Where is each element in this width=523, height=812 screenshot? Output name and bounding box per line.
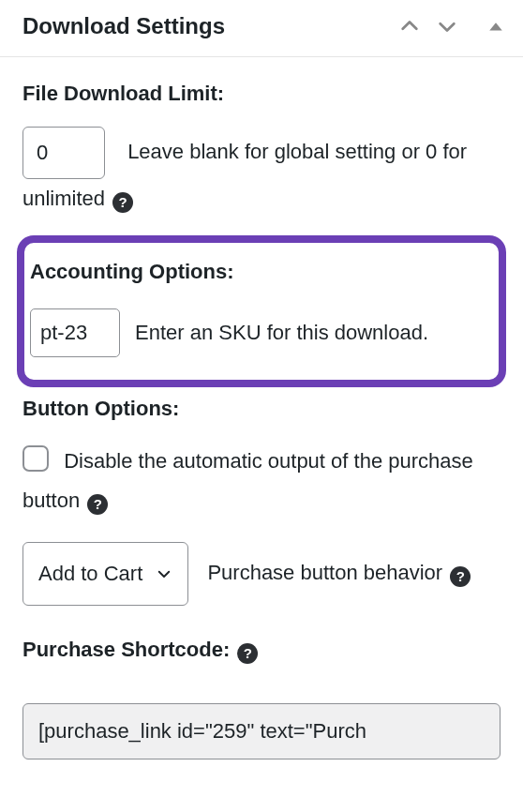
collapse-toggle-icon[interactable] bbox=[487, 18, 504, 35]
sku-hint: Enter an SKU for this download. bbox=[135, 321, 428, 345]
purchase-behavior-select[interactable]: Add to Cart bbox=[22, 542, 188, 606]
accounting-options-highlight: Accounting Options: Enter an SKU for thi… bbox=[17, 235, 506, 387]
help-icon[interactable]: ? bbox=[87, 494, 108, 515]
help-icon[interactable]: ? bbox=[112, 192, 133, 213]
move-up-icon[interactable] bbox=[399, 16, 420, 37]
purchase-shortcode-label: Purchase Shortcode: ? bbox=[22, 638, 501, 662]
panel-title: Download Settings bbox=[22, 13, 399, 39]
panel-body: File Download Limit: Leave blank for glo… bbox=[0, 57, 523, 769]
purchase-behavior-row: Add to Cart Purchase button behavior ? bbox=[22, 542, 501, 606]
panel-header: Download Settings bbox=[0, 0, 523, 57]
purchase-shortcode-label-text: Purchase Shortcode: bbox=[22, 638, 230, 661]
accounting-options-label: Accounting Options: bbox=[30, 260, 493, 284]
disable-purchase-checkbox[interactable] bbox=[22, 445, 49, 472]
select-value: Add to Cart bbox=[38, 554, 142, 594]
file-download-limit-input[interactable] bbox=[22, 127, 105, 179]
disable-purchase-row: Disable the automatic output of the purc… bbox=[22, 442, 501, 520]
button-options-label: Button Options: bbox=[22, 397, 501, 421]
purchase-shortcode-input[interactable] bbox=[22, 703, 501, 759]
download-settings-panel: Download Settings File Download Limit: L… bbox=[0, 0, 523, 769]
move-down-icon[interactable] bbox=[437, 16, 457, 37]
panel-header-controls bbox=[399, 16, 504, 37]
sku-input[interactable] bbox=[30, 308, 120, 357]
help-icon[interactable]: ? bbox=[450, 566, 471, 587]
file-download-limit-label: File Download Limit: bbox=[22, 82, 501, 106]
help-icon[interactable]: ? bbox=[237, 643, 258, 664]
file-download-limit-row: Leave blank for global setting or 0 for … bbox=[22, 127, 501, 218]
accounting-sku-row: Enter an SKU for this download. bbox=[30, 308, 493, 357]
purchase-behavior-label: Purchase button behavior bbox=[207, 561, 442, 584]
chevron-down-icon bbox=[156, 565, 172, 582]
